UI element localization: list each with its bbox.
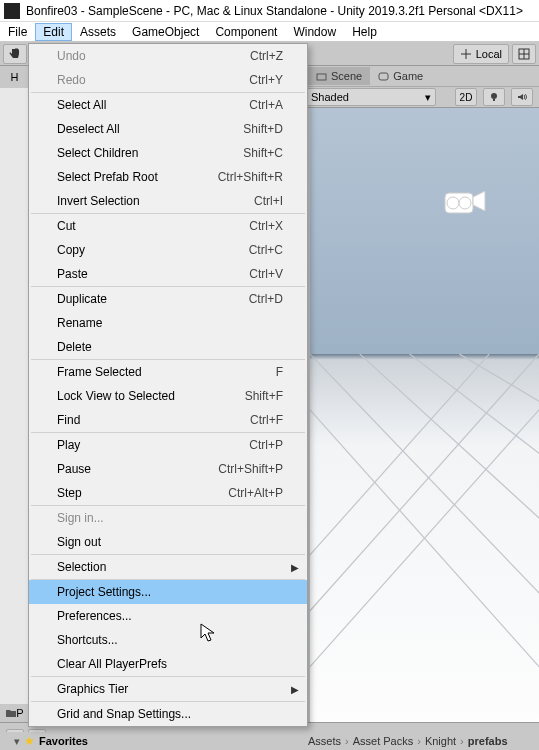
edit-dropdown-menu: UndoCtrl+ZRedoCtrl+YSelect AllCtrl+ADese… <box>28 43 308 727</box>
shading-mode-dropdown[interactable]: Shaded ▾ <box>306 88 436 106</box>
2d-toggle[interactable]: 2D <box>455 88 477 106</box>
tab-game[interactable]: Game <box>370 67 431 85</box>
menu-item-label: Undo <box>57 49 86 63</box>
scene-toolbar: Shaded ▾ 2D <box>300 86 539 108</box>
menu-item-copy[interactable]: CopyCtrl+C <box>29 238 307 262</box>
menu-item-label: Graphics Tier <box>57 682 128 696</box>
menu-item-undo: UndoCtrl+Z <box>29 44 307 68</box>
menu-item-pause[interactable]: PauseCtrl+Shift+P <box>29 457 307 481</box>
chevron-right-icon: › <box>460 735 464 747</box>
audio-toggle[interactable] <box>511 88 533 106</box>
menu-file[interactable]: File <box>0 23 35 41</box>
menu-item-label: Rename <box>57 316 102 330</box>
menu-item-deselect-all[interactable]: Deselect AllShift+D <box>29 117 307 141</box>
chevron-down-icon: ▾ <box>425 91 431 104</box>
tab-scene[interactable]: Scene <box>308 67 370 85</box>
crumb-prefabs[interactable]: prefabs <box>468 735 508 747</box>
scene-viewport[interactable] <box>310 108 539 722</box>
favorites-label: Favorites <box>39 735 88 747</box>
camera-gizmo-icon <box>441 183 489 219</box>
menu-gameobject[interactable]: GameObject <box>124 23 207 41</box>
menu-item-duplicate[interactable]: DuplicateCtrl+D <box>29 287 307 311</box>
menu-item-label: Select All <box>57 98 106 112</box>
menu-item-select-children[interactable]: Select ChildrenShift+C <box>29 141 307 165</box>
crumb-assetpacks[interactable]: Asset Packs <box>353 735 414 747</box>
game-icon <box>378 71 389 82</box>
menu-item-label: Shortcuts... <box>57 633 118 647</box>
menu-item-shortcut: Ctrl+P <box>249 438 283 452</box>
project-tab[interactable]: P <box>0 704 30 722</box>
menu-item-label: Copy <box>57 243 85 257</box>
menu-item-lock-view-to-selected[interactable]: Lock View to SelectedShift+F <box>29 384 307 408</box>
menu-item-label: Select Children <box>57 146 138 160</box>
menu-item-label: Clear All PlayerPrefs <box>57 657 167 671</box>
menu-edit[interactable]: Edit <box>35 23 72 41</box>
folder-icon <box>6 708 16 718</box>
menu-item-select-prefab-root[interactable]: Select Prefab RootCtrl+Shift+R <box>29 165 307 189</box>
svg-line-7 <box>360 354 539 609</box>
svg-rect-1 <box>317 74 326 80</box>
menu-item-shortcut: Ctrl+Shift+R <box>218 170 283 184</box>
menu-assets[interactable]: Assets <box>72 23 124 41</box>
menu-item-frame-selected[interactable]: Frame SelectedF <box>29 360 307 384</box>
menu-help[interactable]: Help <box>344 23 385 41</box>
gizmo-local-toggle[interactable]: Local <box>453 44 509 64</box>
svg-rect-4 <box>493 99 495 101</box>
svg-point-14 <box>447 197 459 209</box>
menu-item-shortcut: Ctrl+C <box>249 243 283 257</box>
crumb-knight[interactable]: Knight <box>425 735 456 747</box>
menu-item-label: Select Prefab Root <box>57 170 158 184</box>
menu-item-label: Sign in... <box>57 511 104 525</box>
menu-item-graphics-tier[interactable]: Graphics Tier▶ <box>29 677 307 701</box>
menu-item-label: Grid and Snap Settings... <box>57 707 191 721</box>
menu-item-redo: RedoCtrl+Y <box>29 68 307 92</box>
hand-tool-button[interactable] <box>3 44 27 64</box>
menu-item-preferences[interactable]: Preferences... <box>29 604 307 628</box>
submenu-arrow-icon: ▶ <box>291 562 299 573</box>
menu-item-label: Frame Selected <box>57 365 142 379</box>
menu-item-sign-out[interactable]: Sign out <box>29 530 307 554</box>
star-icon: ★ <box>24 734 35 748</box>
menu-item-rename[interactable]: Rename <box>29 311 307 335</box>
lighting-toggle[interactable] <box>483 88 505 106</box>
window-title: Bonfire03 - SampleScene - PC, Mac & Linu… <box>26 4 523 18</box>
menu-item-step[interactable]: StepCtrl+Alt+P <box>29 481 307 505</box>
menu-item-clear-all-playerprefs[interactable]: Clear All PlayerPrefs <box>29 652 307 676</box>
menu-item-project-settings[interactable]: Project Settings... <box>29 580 307 604</box>
menu-item-invert-selection[interactable]: Invert SelectionCtrl+I <box>29 189 307 213</box>
speaker-icon <box>517 92 527 102</box>
menu-item-label: Project Settings... <box>57 585 151 599</box>
svg-line-8 <box>410 354 539 552</box>
menu-item-play[interactable]: PlayCtrl+P <box>29 433 307 457</box>
menu-item-cut[interactable]: CutCtrl+X <box>29 214 307 238</box>
menu-item-grid-and-snap-settings[interactable]: Grid and Snap Settings... <box>29 702 307 726</box>
hand-icon <box>8 47 22 61</box>
favorites-group[interactable]: ▾ ★ Favorites <box>0 732 300 750</box>
menu-item-label: Deselect All <box>57 122 120 136</box>
chevron-down-icon: ▾ <box>14 735 20 748</box>
mouse-cursor-icon <box>200 623 216 643</box>
menu-item-delete[interactable]: Delete <box>29 335 307 359</box>
menu-item-find[interactable]: FindCtrl+F <box>29 408 307 432</box>
menu-item-selection[interactable]: Selection▶ <box>29 555 307 579</box>
menu-item-label: Invert Selection <box>57 194 140 208</box>
menu-item-label: Preferences... <box>57 609 132 623</box>
menu-item-label: Selection <box>57 560 106 574</box>
title-bar: Bonfire03 - SampleScene - PC, Mac & Linu… <box>0 0 539 22</box>
menu-component[interactable]: Component <box>207 23 285 41</box>
menu-window[interactable]: Window <box>285 23 344 41</box>
menu-item-select-all[interactable]: Select AllCtrl+A <box>29 93 307 117</box>
crumb-assets[interactable]: Assets <box>308 735 341 747</box>
menu-item-shortcuts[interactable]: Shortcuts... <box>29 628 307 652</box>
menu-item-paste[interactable]: PasteCtrl+V <box>29 262 307 286</box>
menu-item-label: Play <box>57 438 80 452</box>
menu-item-shortcut: Ctrl+D <box>249 292 283 306</box>
ground-grid <box>310 354 539 722</box>
hierarchy-tab[interactable]: H <box>0 66 30 88</box>
menu-item-shortcut: Ctrl+Alt+P <box>228 486 283 500</box>
menu-item-shortcut: Shift+D <box>243 122 283 136</box>
snap-toggle-button[interactable] <box>512 44 536 64</box>
grid-icon <box>517 47 531 61</box>
submenu-arrow-icon: ▶ <box>291 684 299 695</box>
menu-bar: File Edit Assets GameObject Component Wi… <box>0 22 539 42</box>
